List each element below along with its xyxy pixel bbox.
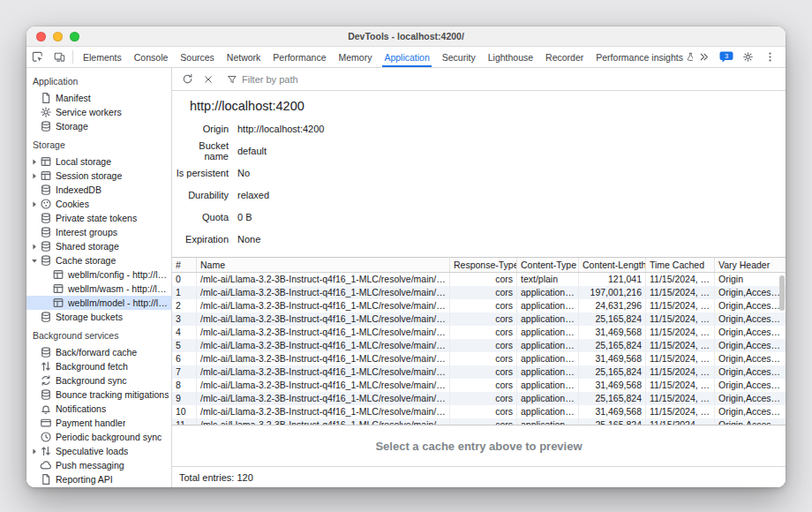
settings-button[interactable] <box>737 51 759 63</box>
sidebar-item-periodic-background-sync[interactable]: Periodic background sync <box>26 430 171 444</box>
sidebar-item-webllm-wasm-http-loca[interactable]: webllm/wasm - http://loca… <box>26 282 171 296</box>
table-row-4[interactable]: 4/mlc-ai/Llama-3.2-3B-Instruct-q4f16_1-M… <box>172 326 786 339</box>
tab-security[interactable]: Security <box>436 47 482 67</box>
cell-name: /mlc-ai/Llama-3.2-3B-Instruct-q4f16_1-ML… <box>197 365 450 379</box>
column-header-content-type[interactable]: Content-Type <box>517 258 579 272</box>
tab-recorder[interactable]: Recorder <box>539 47 590 67</box>
messages-count: 3 <box>724 52 727 60</box>
sidebar-item-label: Periodic background sync <box>56 432 162 442</box>
sidebar-item-cookies[interactable]: Cookies <box>26 197 171 211</box>
sidebar-item-service-workers[interactable]: Service workers <box>26 105 171 119</box>
table-row-0[interactable]: 0/mlc-ai/Llama-3.2-3B-Instruct-q4f16_1-M… <box>172 273 786 286</box>
preview-placeholder: Select a cache entry above to preview <box>375 440 582 453</box>
sidebar-section-title-storage: Storage <box>26 133 171 154</box>
sidebar-item-storage-buckets[interactable]: Storage buckets <box>26 310 171 324</box>
table-row-3[interactable]: 3/mlc-ai/Llama-3.2-3B-Instruct-q4f16_1-M… <box>172 312 786 326</box>
table-row-7[interactable]: 7/mlc-ai/Llama-3.2-3B-Instruct-q4f16_1-M… <box>172 365 786 379</box>
sidebar-item-indexeddb[interactable]: IndexedDB <box>26 183 171 197</box>
sidebar-item-payment-handler[interactable]: Payment handler <box>26 416 171 430</box>
filter-control <box>227 74 445 85</box>
cell-content-type: application/oc… <box>517 339 579 352</box>
delete-button[interactable] <box>198 69 219 90</box>
table-scrollbar[interactable] <box>779 275 785 311</box>
tab-elements[interactable]: Elements <box>77 47 128 67</box>
column-header-content-length[interactable]: Content-Length <box>579 258 646 272</box>
cell-content-length: 31,469,568 <box>579 379 646 392</box>
expander-spacer <box>42 285 51 293</box>
tab-console[interactable]: Console <box>128 47 175 67</box>
cell-name: /mlc-ai/Llama-3.2-3B-Instruct-q4f16_1-ML… <box>197 273 450 286</box>
sidebar-item-webllm-config-http-loc[interactable]: webllm/config - http://loc… <box>26 267 171 282</box>
meta-value: relaxed <box>237 190 269 200</box>
sidebar-item-local-storage[interactable]: Local storage <box>26 154 171 169</box>
table-row-1[interactable]: 1/mlc-ai/Llama-3.2-3B-Instruct-q4f16_1-M… <box>172 286 786 299</box>
table-row-2[interactable]: 2/mlc-ai/Llama-3.2-3B-Instruct-q4f16_1-M… <box>172 299 786 312</box>
table-row-8[interactable]: 8/mlc-ai/Llama-3.2-3B-Instruct-q4f16_1-M… <box>172 379 786 392</box>
table-row-11[interactable]: 11/mlc-ai/Llama-3.2-3B-Instruct-q4f16_1-… <box>172 418 786 425</box>
tab-performance[interactable]: Performance <box>267 47 332 67</box>
chevron-right-icon[interactable] <box>30 158 39 166</box>
tab-memory[interactable]: Memory <box>332 47 378 67</box>
table-row-9[interactable]: 9/mlc-ai/Llama-3.2-3B-Instruct-q4f16_1-M… <box>172 392 786 405</box>
device-toolbar-button[interactable] <box>49 47 71 67</box>
cell-vary-header: Origin,Access… <box>715 365 786 379</box>
sidebar-item-storage[interactable]: Storage <box>26 119 171 133</box>
sidebar-item-private-state-tokens[interactable]: Private state tokens <box>26 211 171 225</box>
chevron-right-icon[interactable] <box>30 172 39 180</box>
tab-sources[interactable]: Sources <box>174 47 221 67</box>
menu-button[interactable] <box>759 51 781 63</box>
sidebar-item-manifest[interactable]: Manifest <box>26 91 171 105</box>
table-row-6[interactable]: 6/mlc-ai/Llama-3.2-3B-Instruct-q4f16_1-M… <box>172 352 786 365</box>
sidebar-item-bounce-tracking-mitigations[interactable]: Bounce tracking mitigations <box>26 388 171 402</box>
tab-network[interactable]: Network <box>221 47 267 67</box>
column-header-time-cached[interactable]: Time Cached <box>646 258 715 272</box>
sidebar-item-reporting-api[interactable]: Reporting API <box>26 472 171 486</box>
sidebar-item-label: Interest groups <box>56 227 117 237</box>
chevron-right-icon[interactable] <box>30 243 39 251</box>
column-header-response-type[interactable]: Response-Type <box>450 258 517 272</box>
expander-spacer <box>30 419 39 427</box>
messages-button[interactable]: 3 <box>715 51 737 63</box>
meta-value: None <box>237 234 260 245</box>
chevron-down-icon[interactable] <box>30 257 39 265</box>
sidebar-item-label: Payment handler <box>56 418 125 428</box>
column-header-index[interactable]: # <box>172 258 197 272</box>
cell-time-cached: 11/15/2024, 10… <box>646 312 715 326</box>
column-header-vary-header[interactable]: Vary Header <box>715 258 786 272</box>
cache-metadata: Originhttp://localhost:4200Bucket namede… <box>172 114 786 257</box>
zoom-window-button[interactable] <box>70 32 79 41</box>
sidebar-item-interest-groups[interactable]: Interest groups <box>26 225 171 239</box>
sidebar-item-background-fetch[interactable]: Background fetch <box>26 359 171 373</box>
sidebar-item-background-sync[interactable]: Background sync <box>26 373 171 388</box>
minimize-window-button[interactable] <box>53 32 63 41</box>
sidebar-item-notifications[interactable]: Notifications <box>26 402 171 416</box>
tab-performance-insights[interactable]: Performance insights <box>590 47 693 67</box>
sidebar-item-push-messaging[interactable]: Push messaging <box>26 458 171 472</box>
chevron-right-icon[interactable] <box>30 200 39 208</box>
table-row-5[interactable]: 5/mlc-ai/Llama-3.2-3B-Instruct-q4f16_1-M… <box>172 339 786 352</box>
column-header-name[interactable]: Name <box>197 258 450 272</box>
sidebar-item-shared-storage[interactable]: Shared storage <box>26 239 171 253</box>
db-icon <box>40 240 52 252</box>
sidebar-item-cache-storage[interactable]: Cache storage <box>26 253 171 267</box>
meta-row-expiration: ExpirationNone <box>172 228 786 250</box>
tab-lighthouse[interactable]: Lighthouse <box>482 47 539 67</box>
cell-content-length: 25,165,824 <box>579 312 646 326</box>
inspect-element-button[interactable] <box>26 47 49 67</box>
sidebar-item-back-forward-cache[interactable]: Back/forward cache <box>26 345 171 359</box>
filter-input[interactable] <box>242 74 445 85</box>
sidebar-item-speculative-loads[interactable]: Speculative loads <box>26 444 171 458</box>
tab-application[interactable]: Application <box>378 47 435 67</box>
more-tabs-button[interactable] <box>693 51 715 63</box>
table-row-10[interactable]: 10/mlc-ai/Llama-3.2-3B-Instruct-q4f16_1-… <box>172 405 786 418</box>
chevron-right-icon[interactable] <box>30 448 39 456</box>
tab-strip: ElementsConsoleSourcesNetworkPerformance… <box>77 47 693 67</box>
cell-vary-header: Origin,Access… <box>715 379 786 392</box>
sidebar-item-webllm-model-http-loc[interactable]: webllm/model - http://loc… <box>26 296 171 310</box>
refresh-button[interactable] <box>177 69 198 90</box>
cell-content-type: application/oc… <box>517 405 579 418</box>
expander-spacer <box>30 391 39 399</box>
close-window-button[interactable] <box>36 32 46 41</box>
sidebar-item-session-storage[interactable]: Session storage <box>26 169 171 183</box>
table-icon <box>52 282 64 295</box>
